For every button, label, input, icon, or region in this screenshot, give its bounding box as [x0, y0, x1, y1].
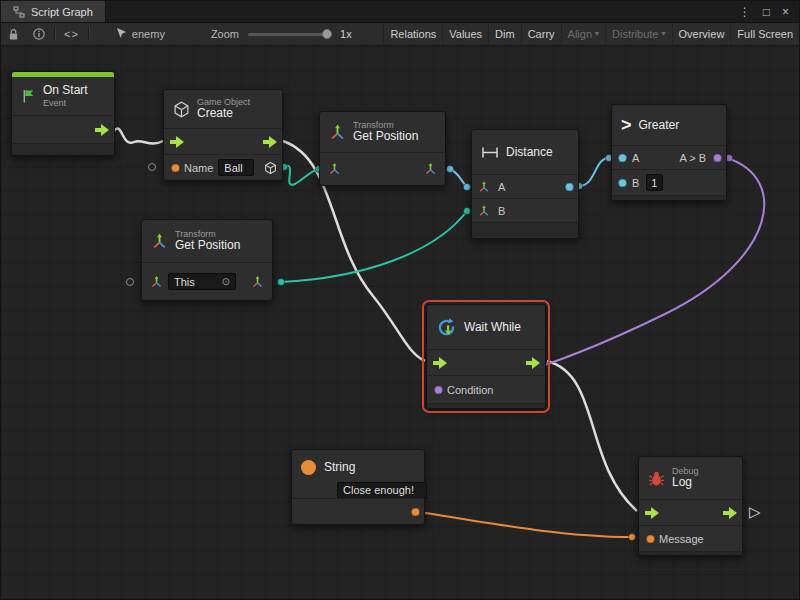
graph-name-label: enemy [132, 28, 165, 40]
node-row [164, 128, 282, 154]
flow-input-port[interactable] [645, 507, 659, 519]
relations-button[interactable]: Relations [383, 23, 442, 45]
port-label: A [498, 181, 505, 193]
info-icon[interactable] [33, 28, 45, 40]
node-title: Greater [639, 118, 680, 132]
node-header: Debug Log [639, 457, 742, 499]
fullscreen-button[interactable]: Full Screen [730, 23, 799, 45]
tab-script-graph[interactable]: Script Graph [1, 1, 106, 22]
flag-icon [21, 88, 36, 104]
zoom-slider-knob[interactable] [322, 29, 332, 39]
titlebar: Script Graph ⋮ □ × [1, 1, 799, 23]
node-footer [612, 195, 726, 200]
b-input-port[interactable] [618, 178, 627, 187]
node-title: String [324, 460, 355, 474]
node-get-position-1[interactable]: Transform Get Position [319, 111, 446, 186]
script-graph-window: Script Graph ⋮ □ × <> enemy Zoom 1x Rela… [0, 0, 800, 600]
b-value-field[interactable]: 1 [646, 174, 663, 191]
gameobject-output-port[interactable] [264, 161, 277, 174]
close-icon[interactable]: × [782, 6, 789, 18]
node-debug-log[interactable]: Debug Log Message [638, 456, 743, 556]
transform-input-port[interactable] [150, 275, 163, 288]
node-wait-while[interactable]: Wait While Condition [426, 304, 546, 409]
vector-b-input-port[interactable] [478, 205, 490, 217]
node-header: String Close enough! [292, 450, 424, 498]
node-row [292, 498, 424, 524]
flow-input-port[interactable] [433, 357, 447, 369]
distance-output-port[interactable] [565, 182, 574, 191]
node-title: Log [672, 476, 699, 490]
flow-input-port[interactable] [170, 136, 184, 148]
graph-toolbar: <> enemy Zoom 1x Relations Values Dim Ca… [1, 23, 799, 46]
name-input-port[interactable] [171, 163, 180, 172]
vector-a-input-port[interactable] [478, 181, 490, 193]
string-output-port[interactable] [411, 507, 420, 516]
node-title: On Start [43, 84, 88, 98]
zoom-label: Zoom [211, 28, 239, 40]
chevron-down-icon: ▾ [662, 30, 666, 38]
condition-input-port[interactable] [434, 385, 443, 394]
values-button[interactable]: Values [442, 23, 488, 45]
node-distance[interactable]: Distance A B [471, 129, 579, 239]
node-get-position-2[interactable]: Transform Get Position This ⊙ [141, 219, 273, 301]
wait-clock-icon [436, 317, 457, 338]
trigger-arrow-icon: ▷ [749, 504, 761, 519]
distance-icon [481, 146, 499, 159]
target-object-value: This [174, 276, 195, 288]
script-graph-icon [13, 6, 25, 18]
edit-code-icon[interactable]: <> [64, 28, 79, 40]
string-value-field[interactable]: Close enough! [337, 482, 427, 499]
name-field[interactable]: Ball [218, 159, 254, 176]
node-gameobject-create[interactable]: Game Object Create Name Ball [163, 89, 283, 181]
node-row: B 1 [612, 169, 726, 195]
node-on-start-event[interactable]: On Start Event [11, 71, 115, 156]
position-output-port[interactable] [251, 275, 264, 288]
node-footer [639, 551, 742, 555]
toolbar-divider [54, 27, 55, 41]
port-label: B [498, 205, 505, 217]
node-greater[interactable]: > Greater A A > B B 1 [611, 104, 727, 201]
node-header: Transform Get Position [320, 112, 445, 152]
node-row [427, 349, 545, 375]
flow-output-port[interactable] [95, 124, 109, 136]
port-label: A [632, 152, 639, 164]
carry-button[interactable]: Carry [521, 23, 561, 45]
node-footer [472, 222, 578, 237]
flow-output-port[interactable] [723, 507, 737, 519]
lock-icon[interactable] [8, 28, 19, 41]
node-row: B [472, 198, 578, 222]
port-label: B [632, 177, 639, 189]
node-row [12, 115, 114, 143]
a-input-port[interactable] [618, 153, 627, 162]
message-input-port[interactable] [646, 534, 655, 543]
node-header: > Greater [612, 105, 726, 145]
string-type-icon [301, 460, 316, 475]
zoom-slider[interactable] [248, 33, 330, 36]
node-header: Distance [472, 130, 578, 174]
flow-output-port[interactable] [526, 357, 540, 369]
position-output-port[interactable] [424, 163, 437, 176]
object-picker-icon[interactable]: ⊙ [217, 276, 230, 287]
align-button[interactable]: Align ▾ [561, 23, 605, 45]
maximize-icon[interactable]: □ [763, 6, 770, 18]
zoom-value: 1x [340, 28, 352, 40]
transform-icon [151, 233, 168, 250]
overview-button[interactable]: Overview [672, 23, 731, 45]
target-object-field[interactable]: This ⊙ [168, 273, 236, 290]
result-output-port[interactable] [713, 153, 722, 162]
node-row [320, 152, 445, 185]
node-string-literal[interactable]: String Close enough! [291, 449, 425, 525]
node-title: Create [197, 107, 250, 121]
node-header: On Start Event [12, 77, 114, 115]
pointer-icon [116, 28, 127, 40]
node-footer [12, 143, 114, 155]
toolbar-buttons: Relations Values Dim Carry Align ▾ Distr… [383, 23, 799, 45]
node-header: Transform Get Position [142, 220, 272, 262]
toolbar-divider [88, 27, 89, 41]
node-title: Get Position [175, 239, 240, 253]
flow-output-port[interactable] [263, 136, 277, 148]
panel-menu-icon[interactable]: ⋮ [739, 6, 751, 18]
dim-button[interactable]: Dim [488, 23, 521, 45]
distribute-button[interactable]: Distribute ▾ [605, 23, 671, 45]
transform-input-port[interactable] [328, 163, 341, 176]
